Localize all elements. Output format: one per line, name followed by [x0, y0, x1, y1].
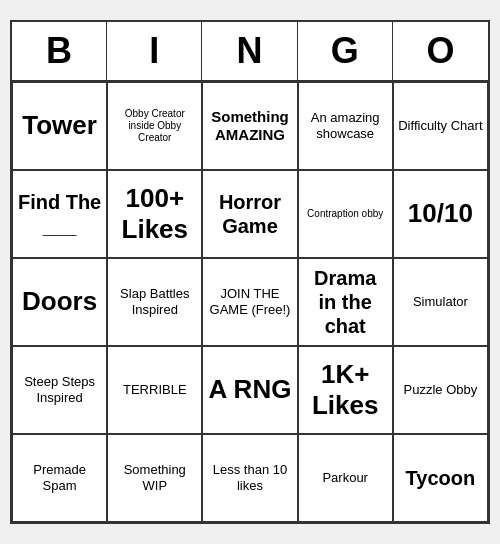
cell-0-2: Something AMAZING [202, 82, 297, 170]
cell-4-1: Something WIP [107, 434, 202, 522]
cell-4-0: Premade Spam [12, 434, 107, 522]
bingo-grid: Tower Obby Creator inside Obby Creator S… [12, 82, 488, 522]
cell-2-4: Simulator [393, 258, 488, 346]
cell-1-1: 100+ Likes [107, 170, 202, 258]
cell-3-4: Puzzle Obby [393, 346, 488, 434]
cell-2-0: Doors [12, 258, 107, 346]
cell-0-4: Difficulty Chart [393, 82, 488, 170]
letter-n: N [202, 22, 297, 80]
letter-b: B [12, 22, 107, 80]
cell-2-3: Drama in the chat [298, 258, 393, 346]
cell-1-4: 10/10 [393, 170, 488, 258]
cell-1-0: Find The ___ [12, 170, 107, 258]
cell-0-3: An amazing showcase [298, 82, 393, 170]
cell-2-1: Slap Battles Inspired [107, 258, 202, 346]
bingo-header: B I N G O [12, 22, 488, 82]
cell-3-2: A RNG [202, 346, 297, 434]
cell-0-0: Tower [12, 82, 107, 170]
cell-0-1: Obby Creator inside Obby Creator [107, 82, 202, 170]
letter-g: G [298, 22, 393, 80]
cell-4-2: Less than 10 likes [202, 434, 297, 522]
cell-4-4: Tycoon [393, 434, 488, 522]
bingo-card: B I N G O Tower Obby Creator inside Obby… [10, 20, 490, 524]
cell-4-3: Parkour [298, 434, 393, 522]
cell-1-2: Horror Game [202, 170, 297, 258]
cell-2-2: JOIN THE GAME (Free!) [202, 258, 297, 346]
cell-3-3: 1K+ Likes [298, 346, 393, 434]
letter-o: O [393, 22, 488, 80]
cell-3-1: TERRIBLE [107, 346, 202, 434]
letter-i: I [107, 22, 202, 80]
cell-1-3: Contraption obby [298, 170, 393, 258]
cell-3-0: Steep Steps Inspired [12, 346, 107, 434]
